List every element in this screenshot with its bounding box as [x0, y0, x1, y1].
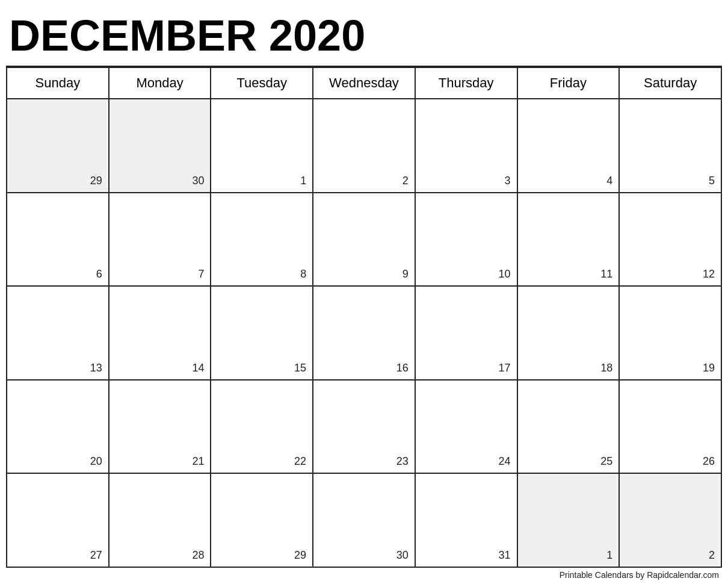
day-number: 1 — [300, 175, 306, 187]
day-number: 27 — [90, 549, 102, 562]
calendar-day-w2-d5[interactable]: 10 — [416, 193, 518, 287]
week-row-3: 13141516171819 — [7, 287, 722, 381]
calendar-title: DECEMBER 2020 — [6, 6, 722, 67]
calendar-day-w5-d2[interactable]: 28 — [110, 474, 212, 568]
week-row-2: 6789101112 — [7, 193, 722, 287]
calendar-day-w2-d2[interactable]: 7 — [110, 193, 212, 287]
day-header-saturday: Saturday — [620, 68, 722, 99]
day-header-tuesday: Tuesday — [211, 68, 313, 99]
week-row-5: 272829303112 — [7, 474, 722, 568]
calendar-day-w2-d7[interactable]: 12 — [620, 193, 722, 287]
calendar-day-w3-d4[interactable]: 16 — [313, 287, 416, 381]
calendar-day-w3-d6[interactable]: 18 — [518, 287, 620, 381]
calendar-day-w1-d6[interactable]: 4 — [518, 99, 620, 193]
calendar-day-w4-d4[interactable]: 23 — [313, 381, 416, 474]
calendar-day-w5-d7[interactable]: 2 — [620, 474, 722, 568]
day-header-sunday: Sunday — [7, 68, 110, 99]
calendar-day-w4-d5[interactable]: 24 — [416, 381, 518, 474]
calendar-day-w5-d1[interactable]: 27 — [7, 474, 110, 568]
calendar-day-w3-d5[interactable]: 17 — [416, 287, 518, 381]
day-number: 18 — [600, 362, 612, 374]
day-number: 5 — [709, 175, 715, 187]
calendar-day-w2-d6[interactable]: 11 — [518, 193, 620, 287]
day-header-monday: Monday — [110, 68, 212, 99]
footer-text: Printable Calendars by Rapidcalendar.com — [6, 568, 722, 581]
calendar-day-w4-d2[interactable]: 21 — [110, 381, 212, 474]
day-headers: SundayMondayTuesdayWednesdayThursdayFrid… — [7, 68, 722, 99]
day-number: 31 — [499, 549, 511, 562]
day-number: 2 — [403, 175, 409, 187]
calendar-grid: SundayMondayTuesdayWednesdayThursdayFrid… — [6, 67, 722, 568]
calendar-day-w1-d5[interactable]: 3 — [416, 99, 518, 193]
day-number: 26 — [703, 455, 715, 468]
calendar-day-w1-d2[interactable]: 30 — [110, 99, 212, 193]
day-number: 11 — [600, 268, 612, 281]
calendar-day-w5-d3[interactable]: 29 — [211, 474, 313, 568]
day-header-thursday: Thursday — [416, 68, 518, 99]
week-row-4: 20212223242526 — [7, 381, 722, 474]
day-number: 10 — [499, 268, 511, 281]
day-number: 28 — [192, 549, 204, 562]
calendar-day-w4-d7[interactable]: 26 — [620, 381, 722, 474]
calendar-day-w2-d1[interactable]: 6 — [7, 193, 110, 287]
calendar-day-w3-d1[interactable]: 13 — [7, 287, 110, 381]
day-number: 19 — [703, 362, 715, 374]
calendar-day-w4-d6[interactable]: 25 — [518, 381, 620, 474]
day-number: 9 — [403, 268, 409, 281]
day-header-friday: Friday — [518, 68, 620, 99]
week-row-1: 293012345 — [7, 99, 722, 193]
day-number: 20 — [90, 455, 102, 468]
day-number: 12 — [703, 268, 715, 281]
calendar-day-w4-d1[interactable]: 20 — [7, 381, 110, 474]
calendar-day-w5-d4[interactable]: 30 — [313, 474, 416, 568]
day-number: 1 — [606, 549, 612, 562]
day-number: 23 — [396, 455, 409, 468]
calendar-day-w3-d7[interactable]: 19 — [620, 287, 722, 381]
day-number: 22 — [294, 455, 306, 468]
day-number: 3 — [505, 175, 511, 187]
day-number: 21 — [192, 455, 204, 468]
day-number: 13 — [90, 362, 102, 374]
day-number: 30 — [396, 549, 409, 562]
day-number: 25 — [600, 455, 612, 468]
calendar-wrapper: DECEMBER 2020 SundayMondayTuesdayWednesd… — [0, 0, 728, 584]
day-number: 7 — [198, 268, 204, 281]
calendar-day-w1-d7[interactable]: 5 — [620, 99, 722, 193]
day-number: 14 — [192, 362, 204, 374]
calendar-day-w4-d3[interactable]: 22 — [211, 381, 313, 474]
calendar-day-w1-d1[interactable]: 29 — [7, 99, 110, 193]
day-number: 15 — [294, 362, 306, 374]
day-number: 29 — [90, 175, 102, 187]
day-number: 30 — [192, 175, 204, 187]
calendar-day-w2-d3[interactable]: 8 — [211, 193, 313, 287]
calendar-day-w5-d5[interactable]: 31 — [416, 474, 518, 568]
day-header-wednesday: Wednesday — [313, 68, 416, 99]
day-number: 8 — [300, 268, 306, 281]
day-number: 2 — [709, 549, 715, 562]
day-number: 24 — [499, 455, 511, 468]
calendar-day-w1-d3[interactable]: 1 — [211, 99, 313, 193]
day-number: 6 — [96, 268, 102, 281]
calendar-day-w2-d4[interactable]: 9 — [313, 193, 416, 287]
calendar-day-w3-d2[interactable]: 14 — [110, 287, 212, 381]
day-number: 4 — [606, 175, 612, 187]
calendar-day-w1-d4[interactable]: 2 — [313, 99, 416, 193]
day-number: 16 — [396, 362, 409, 374]
calendar-day-w5-d6[interactable]: 1 — [518, 474, 620, 568]
day-number: 17 — [499, 362, 511, 374]
calendar-day-w3-d3[interactable]: 15 — [211, 287, 313, 381]
calendar-weeks: 2930123456789101112131415161718192021222… — [7, 99, 722, 568]
day-number: 29 — [294, 549, 306, 562]
